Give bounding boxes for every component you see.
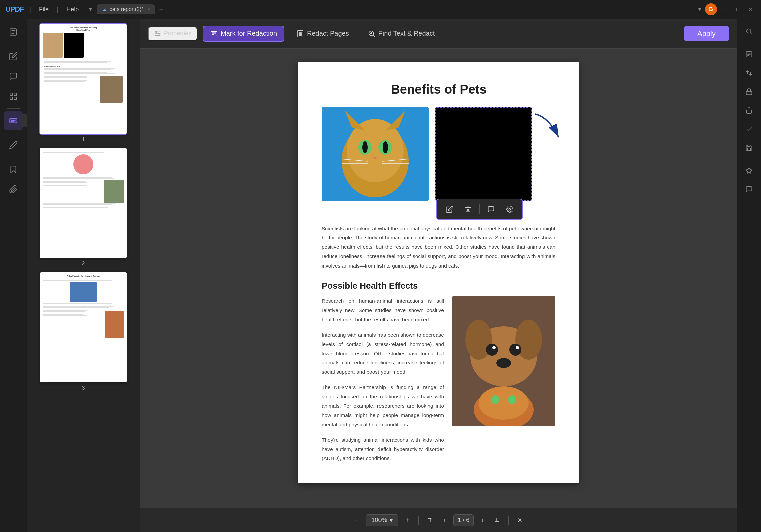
sidebar-item-organize[interactable] xyxy=(4,87,23,106)
close-btn[interactable]: ✕ xyxy=(745,4,756,14)
avatar[interactable]: B xyxy=(705,3,717,15)
esign-btn[interactable] xyxy=(740,120,758,138)
svg-point-50 xyxy=(516,346,519,349)
redacted-image xyxy=(435,107,532,201)
share-btn[interactable] xyxy=(740,102,758,119)
thumb-images-1 xyxy=(43,33,124,58)
redact-pages-label: Redact Pages xyxy=(307,30,349,37)
thumbnail-page-3[interactable]: A Key Phase in the History of Tourism 3 xyxy=(29,272,137,391)
sidebar-sep1 xyxy=(7,44,20,44)
sidebar-item-sign[interactable] xyxy=(4,136,23,154)
svg-point-51 xyxy=(496,358,511,368)
redact-edit-btn[interactable] xyxy=(442,202,457,217)
sidebar-collapse-tab[interactable]: ‹ xyxy=(21,114,27,127)
thumb-text-1: Possible Health Effects xyxy=(43,59,124,85)
find-text-redact-btn[interactable]: Find Text & Redact xyxy=(361,26,442,41)
dog-image xyxy=(452,296,555,426)
nav-last-btn[interactable]: ⇊ xyxy=(491,515,503,526)
sidebar-item-attach[interactable] xyxy=(4,180,23,199)
right-sep1 xyxy=(743,43,755,43)
svg-point-14 xyxy=(156,31,157,32)
sidebar-item-redact[interactable]: ‹ xyxy=(4,111,23,130)
page-total: 6 xyxy=(466,517,469,523)
chevron-down-icon: ▼ xyxy=(88,7,93,12)
sidebar-sep2 xyxy=(7,108,20,109)
sidebar-item-comment[interactable] xyxy=(4,67,23,86)
content-area: Properties Mark for Redaction Redact Pag… xyxy=(140,19,737,532)
dog-image-col xyxy=(452,296,555,463)
health-para3: The NIH/Mars Partnership is funding a ra… xyxy=(322,383,444,429)
tabs-chevron-icon[interactable]: ▼ xyxy=(697,6,702,12)
search-right-btn[interactable] xyxy=(740,23,758,40)
apply-btn[interactable]: Apply xyxy=(684,26,729,41)
zoom-display: 100% ▾ xyxy=(366,514,398,526)
svg-rect-17 xyxy=(211,31,217,36)
ai-btn[interactable] xyxy=(740,162,758,179)
zoom-chevron-icon[interactable]: ▾ xyxy=(390,517,393,524)
convert-btn[interactable] xyxy=(740,64,758,82)
svg-rect-7 xyxy=(14,97,17,100)
redact-pages-icon xyxy=(296,30,304,38)
find-text-redact-label: Find Text & Redact xyxy=(378,30,435,37)
chat-bot-btn[interactable] xyxy=(740,181,758,198)
file-menu[interactable]: File xyxy=(36,5,51,14)
redact-delete-btn[interactable] xyxy=(461,202,475,217)
find-text-icon xyxy=(368,30,376,38)
active-tab[interactable]: ☁ pets report(2)* × xyxy=(97,4,155,14)
thumb-number-2: 2 xyxy=(82,261,85,267)
titlebar-separator2: | xyxy=(57,6,58,13)
zoom-level: 100% xyxy=(371,517,387,524)
nav-prev-btn[interactable]: ↑ xyxy=(440,515,449,526)
mark-redaction-icon xyxy=(210,30,218,38)
pdf-viewer: Benefits of Pets xyxy=(140,49,737,508)
thumb-title-3: A Key Phase in the History of Tourism xyxy=(43,275,124,277)
minimize-btn[interactable]: — xyxy=(720,5,731,14)
save-btn[interactable] xyxy=(740,139,758,156)
properties-btn[interactable]: Properties xyxy=(148,27,197,41)
help-menu[interactable]: Help xyxy=(64,5,81,14)
thumb-number-1: 1 xyxy=(82,137,85,143)
page-sep: / xyxy=(463,517,466,523)
nav-next-btn[interactable]: ↓ xyxy=(478,515,487,526)
sidebar-item-bookmark[interactable] xyxy=(4,160,23,179)
titlebar: UPDF | File | Help ▼ ☁ pets report(2)* ×… xyxy=(0,0,761,19)
section-heading-health: Possible Health Effects xyxy=(322,281,555,291)
thumbnail-page-1[interactable]: The Health and Mood-BoostingBenefits of … xyxy=(29,24,137,143)
dropdown-arrow[interactable]: ▼ xyxy=(88,7,93,12)
viewer-close-btn[interactable]: ✕ xyxy=(514,515,526,526)
sidebar-sep4 xyxy=(7,157,20,157)
mark-for-redaction-btn[interactable]: Mark for Redaction xyxy=(203,26,284,42)
redaction-mini-toolbar xyxy=(436,199,523,220)
protect-btn[interactable] xyxy=(740,83,758,100)
zoom-out-btn[interactable]: − xyxy=(351,514,362,526)
svg-point-49 xyxy=(492,346,496,349)
properties-icon xyxy=(154,30,161,37)
svg-rect-4 xyxy=(10,93,13,96)
maximize-btn[interactable]: □ xyxy=(734,5,743,14)
zoom-in-btn[interactable]: + xyxy=(402,514,413,526)
window-controls: ▼ B — □ ✕ xyxy=(697,3,756,15)
bottom-bar: − 100% ▾ + ⇈ ↑ 1 / 6 ↓ ⇊ ✕ xyxy=(140,508,737,532)
content-row-top xyxy=(322,107,555,201)
thumbnail-page-2[interactable]: 2 xyxy=(29,148,137,267)
cloud-icon: ☁ xyxy=(102,7,107,12)
dog-svg xyxy=(452,296,555,426)
new-tab-btn[interactable]: + xyxy=(156,4,166,15)
tab-close-btn[interactable]: × xyxy=(147,7,150,12)
sidebar-item-edit[interactable] xyxy=(4,47,23,66)
svg-rect-22 xyxy=(299,34,302,35)
ocr-btn[interactable] xyxy=(740,46,758,63)
thumb-page-1-content: The Health and Mood-BoostingBenefits of … xyxy=(40,24,127,134)
nav-first-btn[interactable]: ⇈ xyxy=(424,515,436,526)
redaction-arrow xyxy=(529,111,569,161)
redact-pages-btn[interactable]: Redact Pages xyxy=(290,26,356,41)
toolbar-separator xyxy=(479,204,480,214)
sidebar-item-reader[interactable] xyxy=(4,23,23,41)
main-layout: ‹ The Health and Mood-BoostingBenefits o… xyxy=(0,19,761,532)
svg-point-16 xyxy=(156,35,158,36)
redact-comment-btn[interactable] xyxy=(484,202,498,217)
cat-image xyxy=(322,107,429,201)
redact-settings-btn[interactable] xyxy=(502,202,517,217)
sidebar-right xyxy=(737,19,761,532)
sidebar-left: ‹ xyxy=(0,19,27,532)
